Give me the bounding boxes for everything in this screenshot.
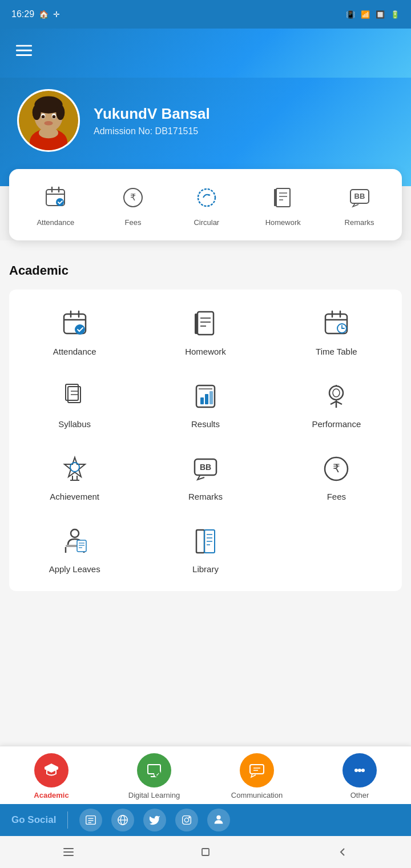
grid-achievement-label: Achievement	[50, 492, 99, 501]
nav-digitallearning[interactable]: ✓ Digital Learning	[103, 753, 206, 799]
grid-item-performance[interactable]: Performance	[271, 368, 402, 440]
android-nav	[0, 836, 411, 868]
quick-circular[interactable]: Circular	[192, 183, 221, 227]
grid-item-achievement[interactable]: Achievement	[9, 440, 140, 513]
grid-library-icon	[188, 524, 223, 558]
homework-icon-quick	[268, 183, 298, 212]
grid-item-remarks[interactable]: BB Remarks	[140, 440, 271, 513]
grid-item-results[interactable]: Results	[140, 368, 271, 440]
nav-communication[interactable]: Communication	[206, 753, 308, 799]
go-social-text: Go Social	[11, 814, 56, 826]
svg-rect-106	[63, 851, 74, 853]
svg-point-69	[71, 529, 79, 537]
social-globe-icon[interactable]	[111, 809, 134, 831]
grid-attendance-icon	[58, 307, 92, 341]
nav-other[interactable]: Other	[308, 753, 411, 799]
nav-academic[interactable]: Academic	[0, 753, 103, 799]
go-social-divider	[67, 811, 68, 829]
screen-icon: 🔲	[376, 10, 385, 19]
quick-homework[interactable]: Homework	[265, 183, 301, 227]
circular-icon	[192, 183, 221, 212]
grid-item-fees[interactable]: ₹ Fees	[271, 440, 402, 513]
social-newspaper-icon[interactable]	[79, 809, 102, 831]
nav-communication-circle	[240, 753, 274, 787]
quick-fees[interactable]: ₹ Fees	[118, 183, 148, 227]
grid-item-timetable[interactable]: Time Table	[271, 295, 402, 368]
grid-results-icon	[188, 379, 223, 413]
svg-rect-36	[195, 314, 198, 334]
grid-homework-label: Homework	[185, 347, 226, 356]
grid-homework-icon	[188, 307, 223, 341]
svg-point-22	[198, 189, 215, 206]
grid-item-attendance[interactable]: Attendance	[9, 295, 140, 368]
grid-empty	[271, 513, 402, 585]
android-menu-btn[interactable]	[57, 841, 80, 863]
attendance-icon	[41, 183, 70, 212]
social-person-icon[interactable]	[207, 809, 230, 831]
svg-point-14	[39, 127, 58, 138]
status-time: 16:29	[11, 9, 34, 19]
bottom-nav: Academic ✓ Digital Learning Communicatio…	[0, 746, 411, 805]
svg-rect-52	[200, 397, 204, 404]
svg-text:₹: ₹	[130, 192, 136, 202]
nav-digitallearning-circle: ✓	[137, 753, 171, 787]
grid-performance-label: Performance	[312, 419, 361, 429]
profile-name: YukundV Bansal	[94, 105, 210, 123]
nav-communication-label: Communication	[231, 791, 283, 799]
profile-admission: Admission No: DB171515	[94, 126, 210, 136]
grid-applyleaves-icon	[58, 524, 92, 558]
svg-point-34	[75, 324, 85, 335]
quick-remarks[interactable]: BB Remarks	[345, 183, 374, 227]
grid-fees-icon: ₹	[319, 452, 353, 486]
quick-attendance[interactable]: Attendance	[37, 183, 74, 227]
svg-point-57	[333, 389, 340, 397]
grid-item-homework[interactable]: Homework	[140, 295, 271, 368]
svg-point-12	[44, 121, 53, 126]
grid-fees-label: Fees	[327, 492, 346, 501]
svg-rect-105	[63, 848, 74, 849]
svg-rect-53	[205, 394, 208, 404]
android-home-btn[interactable]	[194, 841, 217, 863]
remarks-icon-quick: BB	[345, 183, 374, 212]
svg-rect-23	[276, 188, 290, 207]
svg-rect-54	[209, 391, 213, 404]
svg-text:✓: ✓	[156, 772, 160, 777]
app-header	[0, 29, 411, 78]
android-back-btn[interactable]	[331, 841, 354, 863]
quick-remarks-label: Remarks	[345, 218, 374, 227]
svg-rect-73	[77, 540, 86, 552]
grid-timetable-icon	[319, 307, 353, 341]
social-twitter-icon[interactable]	[143, 809, 166, 831]
wifi-icon: 📶	[361, 10, 370, 19]
svg-point-104	[217, 815, 221, 819]
svg-rect-35	[198, 312, 213, 335]
quick-fees-label: Fees	[125, 218, 142, 227]
academic-grid: Attendance Homework	[9, 290, 402, 591]
main-content: Academic Attendance	[0, 240, 411, 751]
grid-attendance-label: Attendance	[53, 347, 96, 356]
social-instagram-icon[interactable]	[175, 809, 198, 831]
svg-point-103	[189, 817, 190, 818]
academic-section-title: Academic	[9, 263, 402, 278]
quick-homework-label: Homework	[265, 218, 301, 227]
fees-icon-quick: ₹	[118, 183, 148, 212]
svg-rect-88	[250, 765, 264, 774]
grid-results-label: Results	[191, 419, 220, 429]
grid-item-library[interactable]: Library	[140, 513, 271, 585]
svg-rect-27	[274, 189, 276, 206]
quick-actions-card: Attendance ₹ Fees Circular	[9, 169, 402, 240]
battery-icon: 🔋	[390, 10, 400, 19]
svg-text:BB: BB	[354, 192, 365, 200]
grid-item-syllabus[interactable]: Syllabus	[9, 368, 140, 440]
svg-rect-108	[202, 849, 209, 855]
grid-item-applyleaves[interactable]: Apply Leaves	[9, 513, 140, 585]
grid-syllabus-label: Syllabus	[58, 419, 91, 429]
svg-point-92	[358, 769, 361, 772]
grid-library-label: Library	[192, 564, 219, 574]
svg-text:BB: BB	[200, 463, 211, 472]
hamburger-menu[interactable]	[11, 38, 37, 66]
grid-performance-icon	[319, 379, 353, 413]
status-bar: 16:29 🏠 ✛ 📳 📶 🔲 🔋	[0, 0, 411, 29]
svg-point-93	[361, 769, 365, 772]
svg-point-11	[53, 115, 56, 119]
